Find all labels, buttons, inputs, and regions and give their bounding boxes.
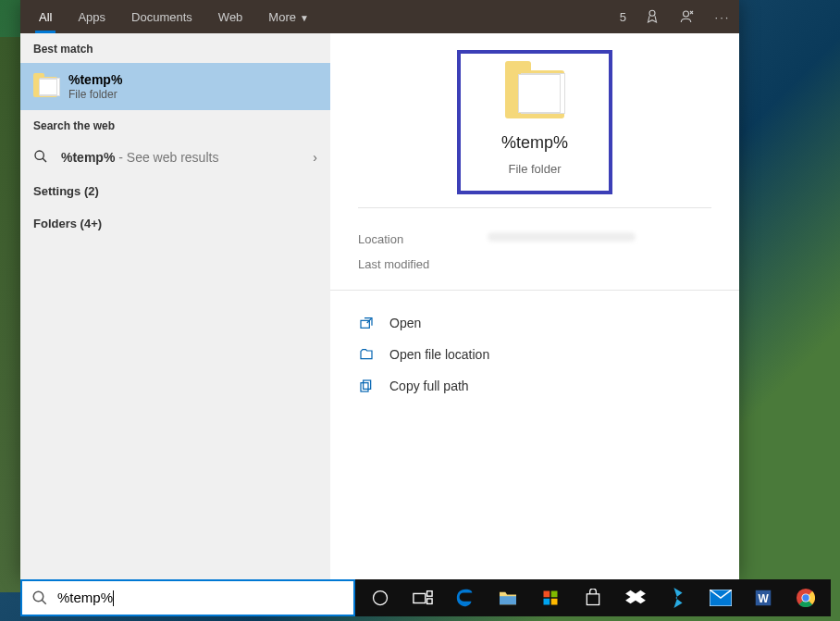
svg-line-3 xyxy=(43,158,46,162)
svg-point-26 xyxy=(802,594,809,601)
feedback-icon[interactable] xyxy=(678,7,697,26)
copy-icon xyxy=(358,378,375,394)
action-open-location[interactable]: Open file location xyxy=(358,339,711,370)
dropbox-icon[interactable] xyxy=(616,579,655,616)
svg-point-1 xyxy=(684,11,689,17)
mail-icon[interactable] xyxy=(701,579,740,616)
search-box[interactable]: %temp% xyxy=(20,579,355,616)
rewards-points: 5 xyxy=(620,10,626,24)
search-icon xyxy=(33,149,50,166)
svg-rect-12 xyxy=(427,599,433,604)
svg-rect-16 xyxy=(551,599,558,605)
preview-column: %temp% File folder Location Last modifie… xyxy=(330,33,739,579)
open-icon xyxy=(358,315,375,331)
web-result[interactable]: %temp% - See web results › xyxy=(20,140,330,175)
file-explorer-icon[interactable] xyxy=(488,579,527,616)
svg-rect-5 xyxy=(364,380,371,389)
search-tabs: All Apps Documents Web More▼ xyxy=(28,3,320,31)
tab-all[interactable]: All xyxy=(28,3,63,31)
search-header: All Apps Documents Web More▼ 5 ··· xyxy=(20,0,739,33)
store-bag-icon[interactable] xyxy=(574,579,612,616)
action-copy-path[interactable]: Copy full path xyxy=(358,370,711,402)
svg-rect-11 xyxy=(427,591,433,597)
tab-apps[interactable]: Apps xyxy=(67,3,117,31)
result-title: %temp% xyxy=(68,72,122,87)
preview-subtitle: File folder xyxy=(508,162,561,176)
result-subtitle: File folder xyxy=(68,88,122,101)
svg-line-8 xyxy=(42,600,46,604)
svg-point-2 xyxy=(35,151,43,159)
svg-point-7 xyxy=(33,591,43,602)
options-icon[interactable]: ··· xyxy=(713,7,732,26)
svg-point-0 xyxy=(649,10,655,16)
search-panel: All Apps Documents Web More▼ 5 ··· Best … xyxy=(20,0,739,579)
chevron-right-icon: › xyxy=(313,150,317,165)
taskbar: W xyxy=(355,579,831,616)
best-match-result[interactable]: %temp% File folder xyxy=(20,63,330,110)
svg-rect-14 xyxy=(551,591,558,598)
task-view-button[interactable] xyxy=(403,579,442,616)
preview-highlight: %temp% File folder xyxy=(457,50,612,194)
svg-rect-15 xyxy=(544,599,550,605)
svg-rect-13 xyxy=(544,591,550,598)
category-folders[interactable]: Folders (4+) xyxy=(20,207,330,240)
rewards-badge-icon[interactable] xyxy=(643,7,661,26)
tab-more[interactable]: More▼ xyxy=(257,3,320,31)
ms-store-icon[interactable] xyxy=(531,579,570,616)
meta-last-modified: Last modified xyxy=(358,252,711,277)
meta-location: Location xyxy=(358,227,711,252)
svg-text:W: W xyxy=(758,592,769,605)
tab-web[interactable]: Web xyxy=(207,3,254,31)
desktop-icons-strip xyxy=(0,37,20,592)
word-icon[interactable]: W xyxy=(744,579,783,616)
category-settings[interactable]: Settings (2) xyxy=(20,175,330,207)
tab-documents[interactable]: Documents xyxy=(120,3,204,31)
folder-open-icon xyxy=(358,346,375,363)
svg-rect-10 xyxy=(414,593,426,602)
action-open[interactable]: Open xyxy=(358,307,711,339)
search-input-text[interactable]: %temp% xyxy=(57,590,113,605)
svg-rect-17 xyxy=(587,594,599,605)
folder-icon xyxy=(33,77,57,97)
folder-icon-large xyxy=(505,70,564,118)
svg-point-9 xyxy=(374,591,388,605)
results-column: Best match %temp% File folder Search the… xyxy=(20,33,330,579)
group-search-web: Search the web xyxy=(20,110,330,140)
chrome-icon[interactable] xyxy=(786,579,825,616)
meta-location-value xyxy=(488,232,636,242)
edge-icon[interactable] xyxy=(446,579,485,616)
svg-rect-6 xyxy=(361,383,368,391)
app-icon-blue[interactable] xyxy=(659,579,698,616)
search-icon xyxy=(31,590,48,606)
preview-title: %temp% xyxy=(501,133,568,153)
cortana-button[interactable] xyxy=(361,579,400,616)
group-best-match: Best match xyxy=(20,33,330,63)
